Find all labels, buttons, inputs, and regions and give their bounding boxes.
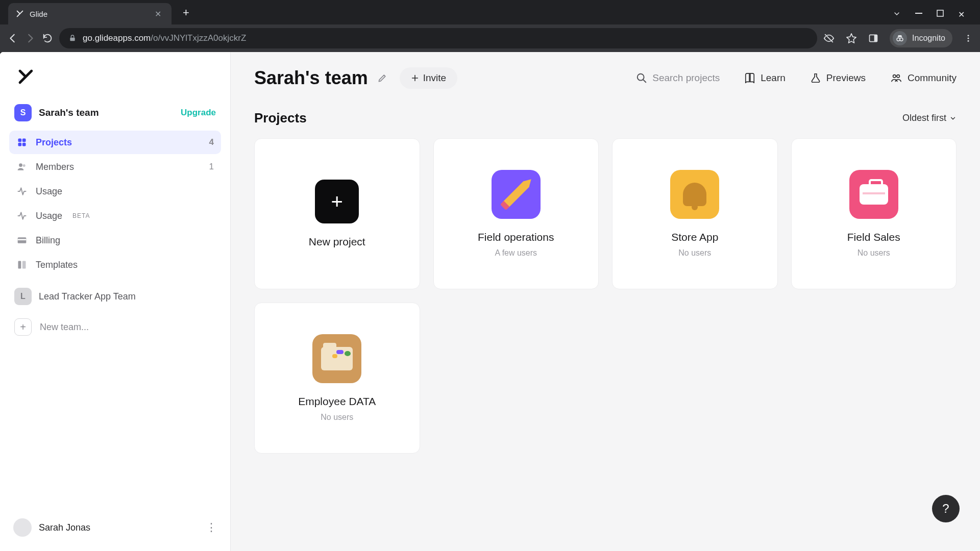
sort-label: Oldest first bbox=[902, 113, 946, 123]
nav-label: Templates bbox=[36, 260, 78, 270]
sidebar-footer: Sarah Jonas ⋮ bbox=[9, 513, 221, 542]
flask-icon bbox=[810, 72, 821, 84]
briefcase-icon bbox=[849, 170, 898, 219]
svg-point-8 bbox=[968, 38, 969, 39]
sort-dropdown[interactable]: Oldest first bbox=[902, 113, 957, 123]
project-card-field-sales[interactable]: Field Sales No users bbox=[791, 138, 957, 289]
close-window-icon[interactable]: ✕ bbox=[958, 10, 965, 19]
nav-label: Usage bbox=[36, 186, 62, 197]
card-title: Store App bbox=[671, 231, 718, 243]
nav-usage-beta[interactable]: Usage BETA bbox=[9, 204, 221, 228]
nav-usage[interactable]: Usage bbox=[9, 180, 221, 203]
team-avatar: L bbox=[14, 288, 32, 305]
project-card-store-app[interactable]: Store App No users bbox=[612, 138, 778, 289]
svg-rect-10 bbox=[18, 139, 22, 142]
community-icon bbox=[890, 72, 902, 84]
search-placeholder: Search projects bbox=[652, 72, 720, 84]
glide-logo-icon[interactable] bbox=[16, 67, 35, 86]
user-name: Sarah Jonas bbox=[39, 522, 199, 533]
minimize-icon[interactable] bbox=[915, 10, 922, 19]
project-card-field-operations[interactable]: Field operations A few users bbox=[433, 138, 599, 289]
sidebar: S Sarah's team Upgrade Projects 4 Member… bbox=[0, 52, 231, 551]
nav-billing[interactable]: Billing bbox=[9, 229, 221, 252]
community-label: Community bbox=[908, 72, 957, 84]
activity-icon bbox=[16, 186, 28, 197]
back-icon[interactable] bbox=[7, 33, 18, 44]
browser-menu-icon[interactable] bbox=[964, 34, 973, 43]
svg-rect-17 bbox=[18, 239, 27, 241]
book-icon bbox=[744, 72, 755, 84]
team-name: Lead Tracker App Team bbox=[39, 291, 136, 302]
templates-icon bbox=[16, 259, 28, 270]
team-selector-secondary[interactable]: L Lead Tracker App Team bbox=[9, 284, 221, 309]
card-title: Field operations bbox=[478, 231, 554, 243]
forward-icon bbox=[24, 33, 36, 44]
svg-rect-11 bbox=[22, 139, 26, 142]
user-avatar[interactable] bbox=[13, 518, 32, 537]
plus-icon: + bbox=[315, 180, 359, 223]
learn-link[interactable]: Learn bbox=[744, 72, 786, 84]
card-title: Employee DATA bbox=[298, 395, 376, 408]
url-input[interactable]: go.glideapps.com/o/vvJNYlTxjzzA0okjckrZ bbox=[59, 28, 817, 48]
team-selector[interactable]: S Sarah's team Upgrade bbox=[9, 100, 221, 126]
previews-link[interactable]: Previews bbox=[810, 72, 866, 84]
nav-label: Projects bbox=[36, 137, 72, 148]
invite-label: Invite bbox=[423, 72, 446, 84]
plus-icon: + bbox=[14, 318, 32, 336]
svg-point-21 bbox=[893, 75, 896, 78]
card-title: New project bbox=[309, 236, 365, 248]
tab-title: Glide bbox=[30, 10, 146, 18]
svg-rect-2 bbox=[70, 38, 75, 41]
beta-badge: BETA bbox=[72, 212, 90, 219]
bell-icon bbox=[670, 170, 719, 219]
incognito-badge[interactable]: Incognito bbox=[890, 29, 952, 47]
team-avatar: S bbox=[14, 104, 32, 121]
incognito-label: Incognito bbox=[912, 34, 945, 43]
page-title: Sarah's team bbox=[254, 67, 368, 89]
edit-title-icon[interactable] bbox=[375, 71, 389, 85]
side-panel-icon[interactable] bbox=[868, 33, 878, 43]
tab-search-icon[interactable] bbox=[893, 10, 901, 19]
tab-close-icon[interactable]: ✕ bbox=[152, 8, 164, 20]
learn-label: Learn bbox=[761, 72, 786, 84]
svg-rect-0 bbox=[915, 13, 922, 14]
card-subtitle: No users bbox=[678, 248, 711, 258]
nav-count: 4 bbox=[209, 137, 214, 147]
svg-point-20 bbox=[638, 74, 644, 81]
community-link[interactable]: Community bbox=[890, 72, 957, 84]
section-title: Projects bbox=[254, 110, 307, 126]
new-team-button[interactable]: + New team... bbox=[9, 312, 221, 342]
help-fab[interactable]: ? bbox=[932, 495, 960, 522]
previews-label: Previews bbox=[826, 72, 866, 84]
sidebar-nav: Projects 4 Members 1 Usage Usag bbox=[9, 131, 221, 277]
nav-projects[interactable]: Projects 4 bbox=[9, 131, 221, 154]
browser-addressbar: go.glideapps.com/o/vvJNYlTxjzzA0okjckrZ … bbox=[0, 24, 980, 52]
search-icon bbox=[636, 72, 647, 84]
svg-rect-12 bbox=[18, 143, 22, 146]
reload-icon[interactable] bbox=[42, 33, 53, 44]
main-content: Sarah's team Invite Search projects bbox=[231, 52, 980, 551]
svg-rect-18 bbox=[18, 261, 21, 269]
project-card-employee-data[interactable]: Employee DATA No users bbox=[254, 303, 420, 454]
invite-button[interactable]: Invite bbox=[400, 67, 457, 89]
svg-point-9 bbox=[968, 40, 969, 42]
eye-off-icon[interactable] bbox=[823, 33, 835, 44]
maximize-icon[interactable] bbox=[937, 10, 944, 19]
new-tab-button[interactable]: + bbox=[177, 3, 195, 22]
main-header: Sarah's team Invite Search projects bbox=[254, 67, 957, 89]
chevron-down-icon bbox=[949, 115, 957, 122]
nav-label: Members bbox=[36, 162, 74, 172]
search-projects[interactable]: Search projects bbox=[636, 72, 720, 84]
lock-icon bbox=[68, 34, 77, 42]
user-menu-icon[interactable]: ⋮ bbox=[206, 521, 217, 534]
new-project-card[interactable]: + New project bbox=[254, 138, 420, 289]
upgrade-link[interactable]: Upgrade bbox=[181, 108, 216, 118]
svg-point-22 bbox=[897, 75, 900, 78]
projects-grid: + New project Field operations A few use… bbox=[254, 138, 957, 454]
card-subtitle: A few users bbox=[495, 248, 537, 258]
nav-templates[interactable]: Templates bbox=[9, 253, 221, 277]
browser-tab[interactable]: Glide ✕ bbox=[8, 3, 172, 24]
nav-members[interactable]: Members 1 bbox=[9, 155, 221, 179]
bookmark-star-icon[interactable] bbox=[846, 33, 857, 44]
pencil-icon bbox=[492, 170, 541, 219]
